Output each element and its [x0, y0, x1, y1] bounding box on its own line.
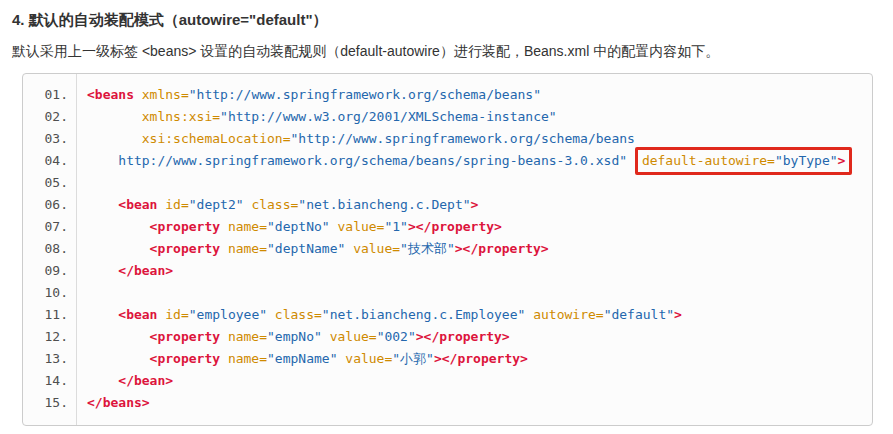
- line-number: 06.: [23, 194, 68, 216]
- code-token-tag: ></property>: [408, 219, 502, 234]
- code-line: <bean id="employee" class="net.biancheng…: [87, 304, 872, 326]
- code-token-tag: <property: [87, 219, 220, 234]
- code-token-attr: value=: [322, 329, 377, 344]
- code-token-val: "http://www.w3.org/2001/XMLSchema-instan…: [220, 109, 557, 124]
- code-line: </beans>: [87, 392, 872, 414]
- line-number: 08.: [23, 238, 68, 260]
- code-block: 01.02.03.04.05.06.07.08.09.10.11.12.13.1…: [22, 73, 873, 426]
- code-token-tag: </bean>: [87, 263, 173, 278]
- code-token-tag: >: [838, 153, 846, 168]
- line-number: 03.: [23, 128, 68, 150]
- code-token-val: "http://www.springframework.org/schema/b…: [189, 87, 541, 102]
- code-token-val: "net.biancheng.c.Dept": [298, 197, 470, 212]
- line-number: 14.: [23, 370, 68, 392]
- code-token-val: "小郭": [392, 351, 434, 366]
- code-token-val: "employee": [189, 307, 267, 322]
- code-token-attr: value=: [345, 241, 400, 256]
- code-token-attr: value=: [337, 351, 392, 366]
- page-title: 4. 默认的自动装配模式（autowire="default"）: [12, 10, 873, 29]
- code-token-val: "002": [377, 329, 416, 344]
- code-token-attr: xmlns:xsi=: [87, 109, 220, 124]
- code-token-tag: ></property>: [455, 241, 549, 256]
- line-number: 01.: [23, 84, 68, 106]
- code-line: <property name="empNo" value="002"></pro…: [87, 326, 872, 348]
- code-line: </bean>: [87, 370, 872, 392]
- line-number: 11.: [23, 304, 68, 326]
- line-numbers-column: 01.02.03.04.05.06.07.08.09.10.11.12.13.1…: [23, 74, 76, 425]
- code-token-attr: name=: [220, 351, 267, 366]
- code-token-attr: name=: [220, 219, 267, 234]
- code-token-tag: <beans: [87, 87, 134, 102]
- code-line: http://www.springframework.org/schema/be…: [87, 150, 872, 172]
- line-number: 02.: [23, 106, 68, 128]
- code-token-tag: <property: [87, 329, 220, 344]
- code-token-attr: value=: [330, 219, 385, 234]
- code-token-tag: ></property>: [416, 329, 510, 344]
- code-line: [87, 172, 872, 194]
- code-token-tag: >: [471, 197, 479, 212]
- code-token-attr: class=: [267, 307, 322, 322]
- code-token-attr: name=: [220, 329, 267, 344]
- code-token-val: "deptNo": [267, 219, 330, 234]
- code-line: <property name="deptNo" value="1"></prop…: [87, 216, 872, 238]
- code-line: xmlns:xsi="http://www.w3.org/2001/XMLSch…: [87, 106, 872, 128]
- line-number: 04.: [23, 150, 68, 172]
- code-token-attr: id=: [157, 197, 188, 212]
- code-line: </bean>: [87, 260, 872, 282]
- code-token-val: "deptName": [267, 241, 345, 256]
- code-token-attr: class=: [244, 197, 299, 212]
- code-line: [87, 282, 872, 304]
- code-token-val: http://www.springframework.org/schema/be…: [87, 153, 635, 168]
- code-token-tag: <property: [87, 241, 220, 256]
- code-token-attr: xsi:schemaLocation=: [87, 131, 291, 146]
- code-token-val: "byType": [775, 153, 838, 168]
- code-token-attr: xmlns=: [134, 87, 189, 102]
- line-number: 10.: [23, 282, 68, 304]
- intro-text: 默认采用上一级标签 <beans> 设置的自动装配规则（default-auto…: [12, 41, 873, 61]
- line-number: 09.: [23, 260, 68, 282]
- code-line: <property name="deptName" value="技术部"></…: [87, 238, 872, 260]
- code-token-tag: </bean>: [87, 373, 173, 388]
- code-token-val: "default": [604, 307, 674, 322]
- code-line: <beans xmlns="http://www.springframework…: [87, 84, 872, 106]
- code-token-attr: id=: [157, 307, 188, 322]
- line-number: 12.: [23, 326, 68, 348]
- code-token-val: "技术部": [400, 241, 455, 256]
- line-number: 07.: [23, 216, 68, 238]
- code-token-attr: name=: [220, 241, 267, 256]
- code-token-tag: ></property>: [434, 351, 528, 366]
- line-number: 15.: [23, 392, 68, 414]
- code-token-val: "empNo": [267, 329, 322, 344]
- code-token-attr: default-autowire=: [642, 153, 775, 168]
- code-token-val: "empName": [267, 351, 337, 366]
- article: 4. 默认的自动装配模式（autowire="default"） 默认采用上一级…: [12, 10, 873, 426]
- code-token-tag: <property: [87, 351, 220, 366]
- code-token-val: "http://www.springframework.org/schema/b…: [291, 131, 635, 146]
- line-number: 05.: [23, 172, 68, 194]
- code-line: <bean id="dept2" class="net.biancheng.c.…: [87, 194, 872, 216]
- highlight-box: default-autowire="byType">: [635, 147, 853, 175]
- code-token-tag: </beans>: [87, 395, 150, 410]
- code-token-val: "dept2": [189, 197, 244, 212]
- code-token-tag: <bean: [87, 197, 157, 212]
- code-token-attr: autowire=: [525, 307, 603, 322]
- code-token-tag: <bean: [87, 307, 157, 322]
- code-token-val: "1": [384, 219, 407, 234]
- code-token-tag: >: [674, 307, 682, 322]
- code-line: <property name="empName" value="小郭"></pr…: [87, 348, 872, 370]
- code-lines: <beans xmlns="http://www.springframework…: [76, 74, 872, 425]
- code-token-val: "net.biancheng.c.Employee": [322, 307, 526, 322]
- line-number: 13.: [23, 348, 68, 370]
